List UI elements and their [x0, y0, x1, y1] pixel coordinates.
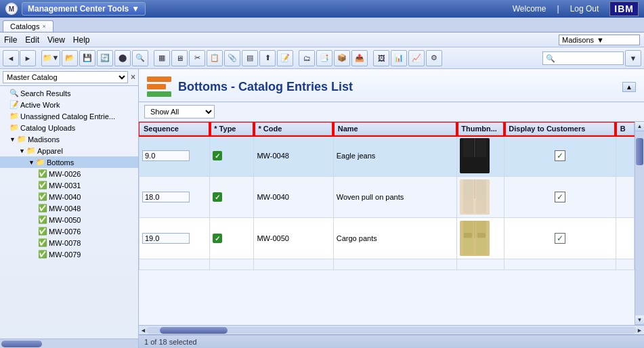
copy-button[interactable]: 📋: [207, 50, 223, 66]
table-button[interactable]: 📊: [391, 50, 407, 66]
sidebar-item-mw0031[interactable]: ✅ MW-0031: [0, 179, 138, 191]
sidebar-label-mw0048: MW-0048: [49, 204, 81, 213]
sidebar-item-mw0050[interactable]: ✅ MW-0050: [0, 214, 138, 225]
grid-button[interactable]: ▦: [154, 50, 170, 66]
sidebar-item-unassigned[interactable]: 📁 Unassigned Catalog Entrie...: [0, 110, 138, 122]
display-check-3[interactable]: ✓: [555, 233, 565, 244]
separator: |: [557, 4, 559, 14]
sidebar-item-mw0040[interactable]: ✅ MW-0040: [0, 191, 138, 202]
image-button[interactable]: 🖼: [373, 50, 389, 66]
menu-file[interactable]: File: [4, 35, 17, 45]
sidebar-label-mw0050: MW-0050: [49, 216, 81, 224]
display-check-1[interactable]: ✓: [555, 150, 565, 161]
sidebar-label-unassigned: Unassigned Catalog Entrie...: [20, 112, 115, 121]
col-type: * Type: [210, 123, 254, 135]
find-button[interactable]: 🔍: [132, 50, 148, 66]
horizontal-scrollbar[interactable]: ◄ ►: [139, 325, 644, 334]
cut-button[interactable]: ✂: [189, 50, 205, 66]
open-button[interactable]: 📂: [62, 50, 78, 66]
table-container[interactable]: Sequence * Type * Code Name Thumbn... Di…: [139, 122, 635, 325]
scroll-thumb[interactable]: [636, 138, 643, 165]
h-scroll-thumb[interactable]: [160, 327, 228, 334]
pages-button[interactable]: 📑: [316, 50, 332, 66]
thumb-light-pants: [460, 179, 490, 215]
cell-thumb-2: [457, 177, 505, 218]
sidebar-item-mw0026[interactable]: ✅ MW-0026: [0, 168, 138, 179]
forward-button[interactable]: ►: [20, 50, 36, 66]
export-button[interactable]: 📤: [351, 50, 368, 66]
menu-edit[interactable]: Edit: [25, 35, 39, 45]
scroll-track[interactable]: [635, 131, 644, 316]
table-row[interactable]: ✓ MW-0040 Woven pull on pants: [139, 177, 635, 218]
settings-button[interactable]: ⚙: [426, 50, 442, 66]
sidebar-item-apparel[interactable]: ▼ 📁 Apparel: [0, 145, 138, 156]
cell-code-1: MW-0048: [254, 135, 333, 177]
catalog-button[interactable]: 🗂: [299, 50, 315, 66]
table-row[interactable]: ✓ MW-0050 Cargo pants: [139, 218, 635, 259]
apparel-expand-icon: ▼: [19, 148, 25, 154]
store-label: Madisons: [562, 36, 594, 44]
vertical-scrollbar[interactable]: ▲ ▼: [635, 122, 644, 325]
display-check-2[interactable]: ✓: [555, 192, 565, 202]
notes-button[interactable]: 📝: [277, 50, 293, 66]
sidebar-item-active-work[interactable]: 📝 Active Work: [0, 99, 138, 110]
sequence-input-3[interactable]: [142, 233, 190, 244]
menu-help[interactable]: Help: [73, 35, 90, 45]
cell-display-3: ✓: [505, 218, 616, 259]
sidebar-item-bottoms[interactable]: ▼ 📁 Bottoms: [0, 156, 138, 168]
scroll-right-button[interactable]: ►: [637, 327, 643, 334]
back-button[interactable]: ◄: [3, 50, 19, 66]
cell-sequence-2[interactable]: [139, 177, 210, 218]
sidebar-item-mw0048[interactable]: ✅ MW-0048: [0, 202, 138, 214]
cell-name-4: [333, 259, 457, 270]
cell-sequence-1[interactable]: [139, 135, 210, 177]
type-check-1: ✓: [213, 151, 222, 160]
col-thumbnail: Thumbn...: [457, 123, 505, 135]
cell-type-2: ✓: [210, 177, 254, 218]
new-button[interactable]: 📁▼: [41, 50, 60, 66]
cell-sequence-3[interactable]: [139, 218, 210, 259]
upload-button[interactable]: ⬆: [259, 50, 276, 66]
chart-button[interactable]: ▤: [242, 50, 258, 66]
graph-button[interactable]: 📈: [408, 50, 425, 66]
store-arrow: ▼: [597, 36, 604, 44]
catalogs-tab[interactable]: Catalogs ×: [3, 20, 53, 32]
scroll-down-button[interactable]: ▼: [635, 316, 644, 325]
app-title-dropdown[interactable]: Management Center Tools ▼: [22, 2, 146, 16]
cell-display-2: ✓: [505, 177, 616, 218]
table-row[interactable]: [139, 259, 635, 270]
show-all-select[interactable]: Show All Show Selected: [144, 105, 215, 118]
menu-items: File Edit View Help: [4, 35, 90, 45]
monitor-button[interactable]: 🖥: [171, 50, 188, 66]
sidebar-item-mw0078[interactable]: ✅ MW-0078: [0, 237, 138, 248]
search-input[interactable]: [542, 51, 624, 65]
attach-button[interactable]: 📎: [224, 50, 240, 66]
sidebar-item-search-results[interactable]: 🔍 Search Results: [0, 87, 138, 99]
store-dropdown[interactable]: Madisons ▼: [559, 35, 640, 45]
sidebar-item-mw0079[interactable]: ✅ MW-0079: [0, 248, 138, 260]
sidebar-item-uploads[interactable]: 📁 Catalog Uploads: [0, 122, 138, 133]
ibm-logo: IBM: [609, 1, 639, 16]
save-button[interactable]: 💾: [79, 50, 95, 66]
refresh-button[interactable]: 🔄: [97, 50, 113, 66]
search-go-button[interactable]: ▼: [625, 50, 641, 66]
sequence-input-2[interactable]: [142, 192, 190, 202]
table-row[interactable]: ✓ MW-0048 Eagle jeans: [139, 135, 635, 177]
sequence-input-1[interactable]: [142, 150, 190, 161]
sidebar-close-button[interactable]: ×: [131, 72, 135, 82]
sidebar-item-mw0076[interactable]: ✅ MW-0076: [0, 225, 138, 237]
cell-type-4: [210, 259, 254, 270]
svg-rect-7: [463, 179, 473, 198]
package-button[interactable]: 📦: [334, 50, 350, 66]
apparel-folder-icon: 📁: [26, 146, 36, 155]
collapse-button[interactable]: ▲: [622, 82, 636, 92]
scroll-left-button[interactable]: ◄: [140, 327, 146, 334]
h-scroll-track[interactable]: [146, 327, 637, 334]
logout-button[interactable]: Log Out: [570, 4, 599, 14]
catalog-selector[interactable]: Master Catalog: [3, 71, 128, 83]
menu-view[interactable]: View: [47, 35, 65, 45]
sidebar-item-madisons[interactable]: ▼ 📁 Madisons: [0, 133, 138, 145]
stop-button[interactable]: ⬤: [114, 50, 131, 66]
scroll-up-button[interactable]: ▲: [635, 122, 644, 131]
tab-close-icon[interactable]: ×: [42, 23, 45, 30]
